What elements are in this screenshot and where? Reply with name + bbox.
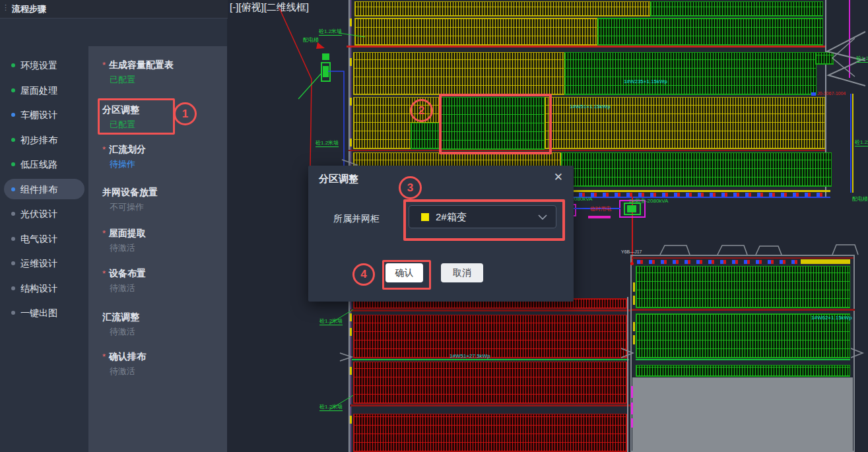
wall-dash-2 (350, 58, 352, 66)
sidebar-item-3[interactable]: 初步排布 (4, 129, 84, 150)
equipment-tag: J0-1067-1004 (817, 91, 846, 96)
sidebar-item-4[interactable]: 低压线路 (4, 154, 84, 174)
tag-blue-square (811, 92, 816, 96)
sidebar-item-1[interactable]: 屋面处理 (4, 80, 84, 100)
b3-top-red (632, 257, 853, 259)
b3-yellow-seg (801, 259, 850, 264)
sidebar-item-label: 初步排布 (20, 135, 57, 145)
annotation-circle-4: 4 (352, 263, 375, 286)
close-icon[interactable]: ✕ (554, 170, 563, 184)
step-status: 待激活 (110, 242, 222, 254)
sidebar-item-label: 低压线路 (20, 159, 57, 170)
status-bullet (11, 261, 15, 265)
sidebar-item-6[interactable]: 光伏设计 (4, 203, 84, 224)
sidebar-item-5[interactable]: 组件排布 (4, 179, 84, 199)
b2-panel-red-3 (353, 362, 627, 404)
step-item-7[interactable]: *确认排布 (102, 350, 221, 363)
vent-4 (832, 245, 858, 255)
step-item-0[interactable]: *生成容量配置表 (102, 59, 221, 71)
step-item-6[interactable]: 汇流调整 (102, 311, 221, 323)
sidebar-item-10[interactable]: 一键出图 (4, 302, 84, 323)
b1-panel-green-4a (411, 123, 442, 149)
b1-red-line-1 (347, 46, 825, 48)
b2-red-line-1 (351, 309, 630, 311)
required-asterisk: * (102, 145, 106, 154)
annotation-box-area (439, 94, 552, 154)
sidebar-item-label: 屋面处理 (20, 85, 57, 96)
sidebar-item-9[interactable]: 结构设计 (4, 278, 84, 298)
step-label: 生成容量配置表 (109, 59, 174, 70)
required-asterisk: * (102, 352, 106, 362)
b1-panel-green-3b (815, 52, 834, 65)
status-bullet (11, 88, 15, 92)
b3-green-line (636, 359, 850, 360)
wall-label-mid: 砼1.2米墙 (316, 141, 339, 147)
fan-chevron-3 (832, 38, 855, 77)
b2-green-line (352, 359, 629, 360)
right-blue-line (850, 94, 851, 193)
b3-yellow-dash-1 (633, 282, 635, 292)
grid-cabinet-label: 所属并网柜 (333, 207, 380, 230)
b3-panel-green-1 (636, 266, 850, 308)
step-item-2[interactable]: *汇流划分 (102, 143, 221, 156)
sidebar-item-label: 光伏设计 (20, 209, 57, 219)
annotation-box-select (403, 199, 565, 241)
sidebar-item-label: 车棚设计 (20, 110, 57, 120)
b3-yellow-dash-3 (633, 322, 635, 331)
sidebar-item-7[interactable]: 电气设计 (4, 228, 84, 249)
b1-panel-yellow-3 (353, 52, 564, 95)
wall-label-b2-upper: 砼1.2米墙 (319, 319, 343, 325)
status-bullet (11, 237, 15, 241)
sidebar-item-label: 环境设置 (20, 60, 57, 71)
step-item-5[interactable]: *设备布置 (102, 267, 221, 280)
transformer-label-2: 2#箱变-2080kVA (629, 199, 668, 205)
view-title: [-][俯视][二维线框] (230, 1, 309, 14)
wall-label-right-2: 砼1.2米墙 (855, 140, 868, 146)
step-status: 待激活 (110, 282, 222, 294)
dist-building-label: 配电楼 (303, 38, 319, 44)
capacity-label-1: 1#W235×1.15kWp (624, 79, 667, 85)
pole-device-top (322, 53, 329, 60)
b2-right-edge (627, 297, 628, 452)
panel-title: 流程步骤 (12, 3, 46, 15)
vent-1 (660, 245, 690, 255)
sidebar-item-8[interactable]: 运维设计 (4, 253, 84, 273)
right-magenta-line (849, 0, 850, 78)
b1-panel-green-1 (650, 1, 823, 16)
pole-device-inner (323, 66, 329, 77)
wall-dash-3 (350, 98, 352, 106)
application-window: ⋮⋮ 流程步骤 [-][俯视][二维线框] 砼1.2米墙配电楼砼1.2米墙砼1.… (0, 0, 868, 452)
vent-3 (756, 246, 782, 255)
status-bullet (11, 113, 15, 117)
sidebar-item-0[interactable]: 环境设置 (4, 55, 84, 75)
step-label: 屋面提取 (109, 228, 146, 238)
required-asterisk: * (102, 228, 106, 238)
capacity-label-4: 1#W62×1.15kWp (811, 315, 852, 321)
capacity-label-2: 1#W51×1.15kWp (570, 104, 611, 110)
step-item-4[interactable]: *屋面提取 (102, 227, 221, 240)
wall-dash-1 (350, 18, 352, 26)
step-status: 待激活 (110, 366, 222, 377)
step-status: 已配置 (110, 74, 222, 86)
b1-panel-yellow-1 (354, 1, 650, 16)
required-asterisk: * (102, 269, 106, 278)
step-status: 不可操作 (110, 201, 222, 213)
wall-dash-4 (350, 139, 352, 146)
step-label: 并网设备放置 (102, 187, 158, 197)
step-item-3[interactable]: 并网设备放置 (102, 186, 221, 199)
b3-magenta-dash-2 (631, 403, 633, 414)
sidebar-item-label: 结构设计 (20, 283, 57, 294)
vent-2 (718, 245, 747, 255)
sidebar-item-2[interactable]: 车棚设计 (4, 104, 84, 125)
b1-panel-yellow-2 (354, 18, 597, 46)
wall-label-right-3: 配电楼 (852, 197, 868, 203)
wall-dash-6 (350, 328, 352, 336)
magenta-underline (588, 216, 611, 218)
b2-panel-red-2 (353, 315, 627, 358)
b2-panel-red-4 (353, 414, 627, 452)
red-boundary-line (279, 8, 312, 166)
step-label: 汇流划分 (109, 144, 146, 154)
required-asterisk: * (102, 60, 106, 70)
b3-red-dot (630, 262, 634, 265)
cancel-button[interactable]: 取消 (441, 263, 483, 282)
